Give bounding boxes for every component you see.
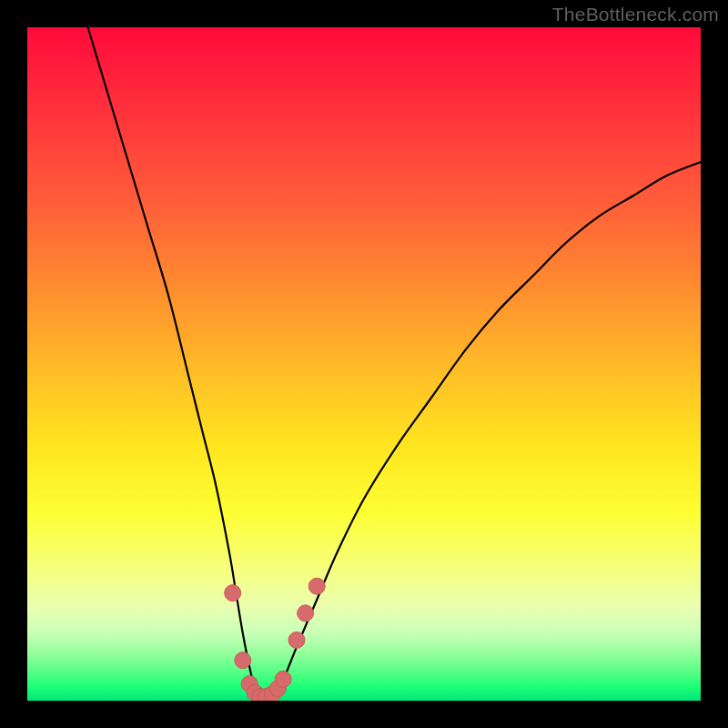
chart-frame: TheBottleneck.com <box>0 0 728 728</box>
data-marker <box>288 632 305 648</box>
data-markers <box>225 578 326 701</box>
data-marker <box>225 585 241 602</box>
data-marker <box>308 578 325 594</box>
data-marker <box>275 671 291 687</box>
bottleneck-curve <box>88 27 701 701</box>
watermark-text: TheBottleneck.com <box>552 4 719 25</box>
plot-area <box>27 27 701 701</box>
data-marker <box>235 652 251 669</box>
curve-layer <box>27 27 701 701</box>
data-marker <box>298 605 314 622</box>
